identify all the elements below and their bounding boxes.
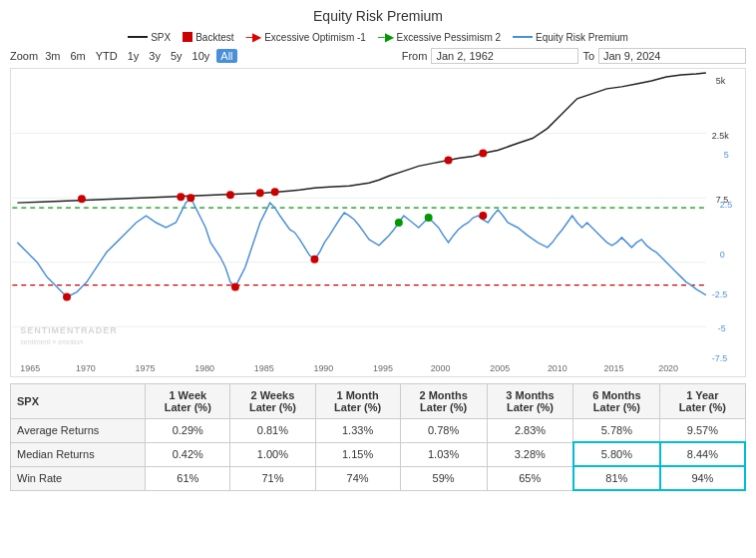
median-1m: 1.15% bbox=[315, 442, 400, 466]
col-header-6m: 6 MonthsLater (%) bbox=[573, 384, 660, 419]
legend-spx-label: SPX bbox=[151, 32, 171, 43]
svg-text:-7.5: -7.5 bbox=[712, 353, 727, 363]
legend-spx-line bbox=[128, 36, 148, 38]
zoom-10y[interactable]: 10y bbox=[189, 49, 213, 63]
controls-row: Zoom 3m 6m YTD 1y 3y 5y 10y All From To bbox=[10, 48, 746, 64]
avg-6m: 5.78% bbox=[573, 419, 660, 443]
col-header-1m: 1 MonthLater (%) bbox=[315, 384, 400, 419]
zoom-6m[interactable]: 6m bbox=[67, 49, 88, 63]
to-date-input[interactable] bbox=[598, 48, 746, 64]
median-1y: 8.44% bbox=[660, 442, 745, 466]
svg-text:2000: 2000 bbox=[431, 363, 451, 373]
legend-erp-line bbox=[513, 36, 533, 38]
table-row-avg: Average Returns 0.29% 0.81% 1.33% 0.78% … bbox=[11, 419, 746, 443]
median-3m: 3.28% bbox=[487, 442, 573, 466]
date-range: From To bbox=[402, 48, 746, 64]
chart-svg: 5k 2.5k 7.5 5 2.5 0 -2.5 -5 -7.5 1965 19… bbox=[11, 69, 745, 376]
svg-point-30 bbox=[226, 191, 234, 199]
svg-text:sentiment × emotion: sentiment × emotion bbox=[20, 338, 83, 345]
wr-1m: 74% bbox=[315, 466, 400, 490]
col-header-3m: 3 MonthsLater (%) bbox=[487, 384, 573, 419]
data-table: SPX 1 WeekLater (%) 2 WeeksLater (%) 1 M… bbox=[10, 383, 746, 491]
row-label-avg: Average Returns bbox=[11, 419, 146, 443]
svg-text:2005: 2005 bbox=[490, 363, 510, 373]
svg-point-29 bbox=[177, 193, 185, 201]
svg-text:2.5k: 2.5k bbox=[712, 131, 729, 141]
svg-text:-5: -5 bbox=[718, 323, 726, 333]
avg-3m: 2.83% bbox=[487, 419, 573, 443]
row-label-median: Median Returns bbox=[11, 442, 146, 466]
to-label: To bbox=[582, 50, 594, 62]
legend-backtest: Backtest bbox=[183, 32, 233, 43]
svg-rect-0 bbox=[12, 69, 743, 376]
median-2w: 1.00% bbox=[230, 442, 315, 466]
svg-point-38 bbox=[310, 256, 318, 264]
zoom-3y[interactable]: 3y bbox=[146, 49, 164, 63]
wr-6m: 81% bbox=[573, 466, 660, 490]
avg-2m: 0.78% bbox=[400, 419, 487, 443]
svg-text:0: 0 bbox=[720, 250, 725, 260]
svg-text:1995: 1995 bbox=[373, 363, 393, 373]
svg-point-28 bbox=[78, 195, 86, 203]
from-date-input[interactable] bbox=[431, 48, 578, 64]
row-label-winrate: Win Rate bbox=[11, 466, 146, 490]
legend-backtest-square bbox=[183, 32, 192, 42]
svg-text:5: 5 bbox=[724, 150, 729, 160]
zoom-3m[interactable]: 3m bbox=[42, 49, 63, 63]
svg-point-39 bbox=[479, 212, 487, 220]
zoom-all[interactable]: All bbox=[216, 49, 236, 63]
zoom-controls: Zoom 3m 6m YTD 1y 3y 5y 10y All bbox=[10, 49, 237, 63]
svg-text:1975: 1975 bbox=[136, 363, 156, 373]
zoom-label: Zoom bbox=[10, 50, 38, 62]
svg-point-40 bbox=[395, 219, 403, 227]
svg-point-31 bbox=[256, 189, 264, 197]
chart-container: Equity Risk Premium SPX Backtest –▶ Exce… bbox=[0, 0, 756, 491]
legend-optimism-label: Excessive Optimism -1 bbox=[264, 32, 366, 43]
col-header-1w: 1 WeekLater (%) bbox=[146, 384, 230, 419]
avg-1y: 9.57% bbox=[660, 419, 745, 443]
zoom-1y[interactable]: 1y bbox=[125, 49, 143, 63]
col-header-2w: 2 WeeksLater (%) bbox=[230, 384, 315, 419]
median-2m: 1.03% bbox=[400, 442, 487, 466]
svg-text:1980: 1980 bbox=[194, 363, 214, 373]
avg-1m: 1.33% bbox=[315, 419, 400, 443]
col-header-1y: 1 YearLater (%) bbox=[660, 384, 745, 419]
avg-1w: 0.29% bbox=[146, 419, 230, 443]
legend-erp-label: Equity Risk Premium bbox=[536, 32, 628, 43]
legend-spx: SPX bbox=[128, 32, 171, 43]
svg-text:1970: 1970 bbox=[76, 363, 96, 373]
median-6m: 5.80% bbox=[573, 442, 660, 466]
zoom-5y[interactable]: 5y bbox=[168, 49, 186, 63]
median-1w: 0.42% bbox=[146, 442, 230, 466]
svg-text:2010: 2010 bbox=[548, 363, 567, 373]
zoom-ytd[interactable]: YTD bbox=[93, 49, 121, 63]
svg-text:5k: 5k bbox=[716, 76, 726, 86]
wr-3m: 65% bbox=[487, 466, 573, 490]
avg-2w: 0.81% bbox=[230, 419, 315, 443]
wr-1w: 61% bbox=[146, 466, 230, 490]
svg-text:SENTIMENTRADER: SENTIMENTRADER bbox=[20, 325, 117, 335]
legend-optimism-arrow-icon: –▶ bbox=[246, 30, 262, 44]
svg-text:-2.5: -2.5 bbox=[712, 289, 727, 299]
col-header-2m: 2 MonthsLater (%) bbox=[400, 384, 487, 419]
chart-title: Equity Risk Premium bbox=[10, 8, 746, 24]
chart-area: 5k 2.5k 7.5 5 2.5 0 -2.5 -5 -7.5 1965 19… bbox=[10, 68, 746, 377]
legend-backtest-label: Backtest bbox=[195, 32, 233, 43]
table-row-winrate: Win Rate 61% 71% 74% 59% 65% 81% 94% bbox=[11, 466, 746, 490]
svg-text:2015: 2015 bbox=[604, 363, 624, 373]
svg-point-35 bbox=[63, 293, 71, 301]
col-header-spx: SPX bbox=[11, 384, 146, 419]
wr-1y: 94% bbox=[660, 466, 745, 490]
from-label: From bbox=[402, 50, 428, 62]
legend-excessive-optimism: –▶ Excessive Optimism -1 bbox=[246, 30, 366, 44]
svg-text:1990: 1990 bbox=[313, 363, 333, 373]
wr-2m: 59% bbox=[400, 466, 487, 490]
svg-text:1985: 1985 bbox=[254, 363, 274, 373]
legend-pessimism-arrow-icon: –▶ bbox=[378, 30, 394, 44]
svg-point-41 bbox=[425, 214, 433, 222]
svg-point-33 bbox=[445, 156, 453, 164]
wr-2w: 71% bbox=[230, 466, 315, 490]
svg-point-36 bbox=[187, 194, 194, 202]
legend-erp: Equity Risk Premium bbox=[513, 32, 628, 43]
svg-text:1965: 1965 bbox=[20, 363, 40, 373]
